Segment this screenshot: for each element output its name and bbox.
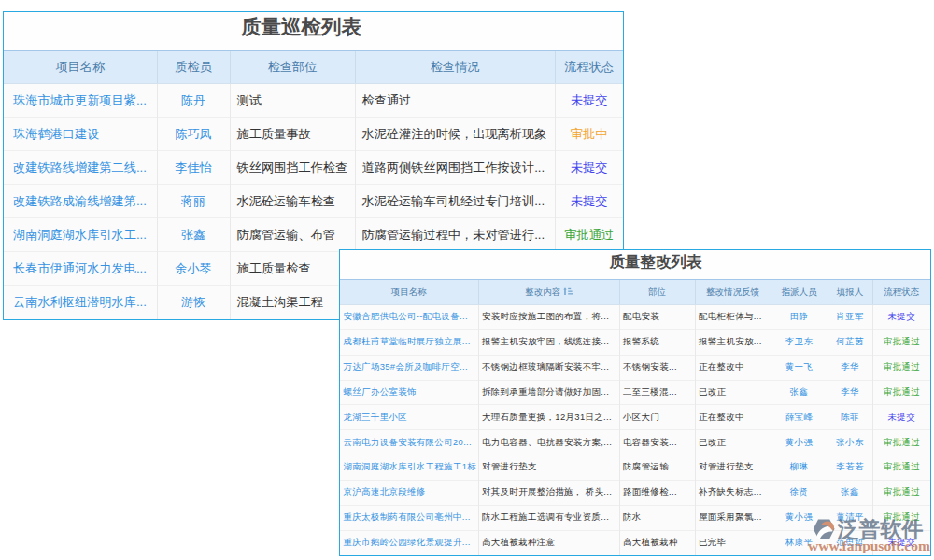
svg-text:www.fanpusoft.com: www.fanpusoft.com	[808, 538, 930, 553]
